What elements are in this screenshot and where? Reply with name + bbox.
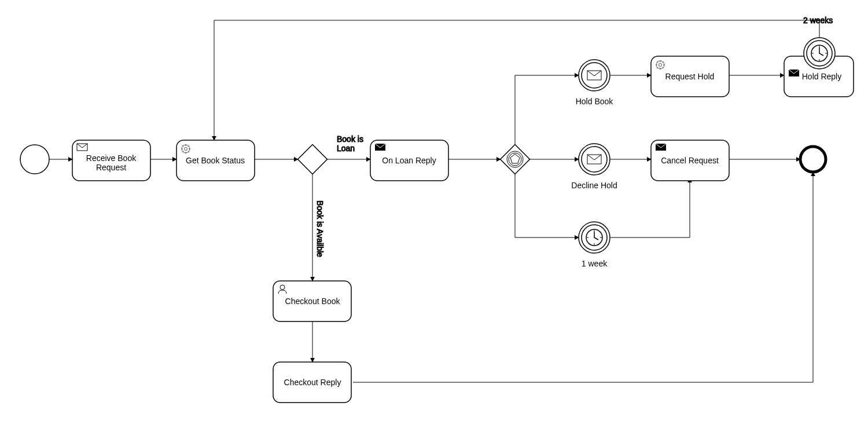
task-label: Checkout Reply [284, 378, 341, 387]
task-label: Get Book Status [186, 156, 245, 165]
svg-point-40 [800, 147, 826, 172]
envelope-filled-icon [656, 144, 666, 151]
edge-evgw-holdbook [515, 75, 579, 145]
event-label: Decline Hold [571, 181, 617, 190]
event-decline-hold[interactable]: Decline Hold [571, 144, 617, 190]
edge-label-book-is-loan: Book isLoan [337, 134, 363, 153]
task-get-book-status[interactable]: Get Book Status [176, 140, 255, 181]
envelope-filled-icon [375, 144, 385, 151]
envelope-icon [587, 71, 601, 80]
start-event[interactable] [20, 145, 49, 174]
clock-icon [586, 229, 602, 246]
edge-1week-cancel [610, 178, 690, 237]
clock-icon [811, 45, 827, 61]
task-on-loan-reply[interactable]: On Loan Reply [370, 140, 448, 181]
task-cancel-request[interactable]: Cancel Request [651, 140, 729, 181]
event-label: Hold Book [576, 97, 614, 106]
envelope-icon [77, 144, 87, 151]
task-checkout-book[interactable]: Checkout Book [273, 281, 351, 321]
task-label: Request Hold [665, 72, 715, 81]
task-request-hold[interactable]: Request Hold [651, 56, 729, 97]
event-label: 1 week [582, 259, 608, 268]
end-event[interactable] [800, 147, 826, 172]
task-label: Hold Reply [802, 72, 841, 81]
task-label: Cancel Request [661, 156, 719, 165]
task-label: Checkout Book [285, 297, 341, 306]
event-2-weeks-timer-boundary[interactable] [804, 38, 835, 69]
edge-label-book-available: Book is Availble [315, 200, 325, 257]
envelope-filled-icon [789, 70, 799, 76]
event-hold-book[interactable]: Hold Book [576, 60, 614, 106]
svg-rect-6 [298, 145, 328, 174]
bpmn-diagram: Book isLoan Book is Availble 2 weeks [0, 0, 868, 424]
edge-checkoutreply-end [353, 172, 813, 382]
edge-label-2weeks: 2 weeks [803, 16, 833, 25]
event-1-week-timer[interactable]: 1 week [579, 222, 610, 268]
svg-rect-9 [501, 145, 530, 174]
task-receive-book-request[interactable]: Receive BookRequest [72, 140, 150, 181]
gateway-event-based[interactable] [501, 145, 530, 174]
gateway-exclusive[interactable] [298, 145, 328, 174]
task-checkout-reply[interactable]: Checkout Reply [273, 362, 351, 403]
edge-evgw-1week [515, 174, 579, 237]
task-label: On Loan Reply [382, 156, 436, 165]
envelope-icon [587, 155, 601, 164]
svg-point-0 [20, 145, 49, 174]
